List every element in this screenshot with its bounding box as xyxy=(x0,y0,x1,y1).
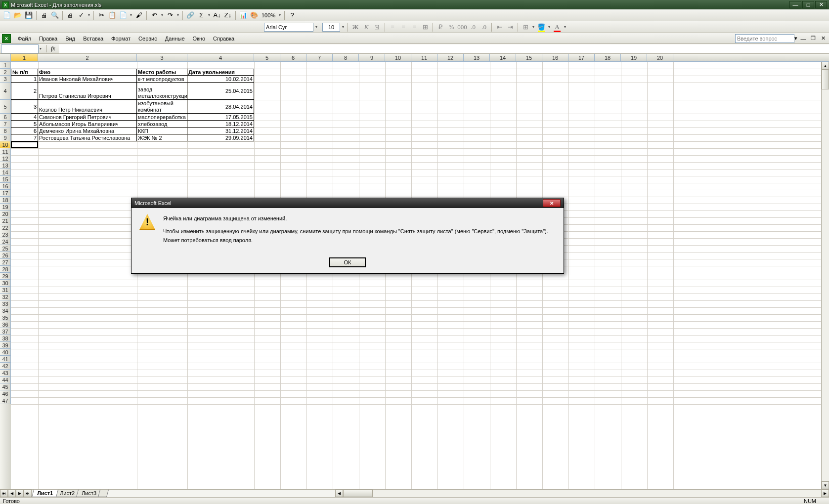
horizontal-scrollbar[interactable]: ◀ ▶ xyxy=(335,490,829,497)
merge-center-icon[interactable]: ⊞ xyxy=(420,22,430,32)
namebox-dropdown-icon[interactable]: ▾ xyxy=(39,46,43,51)
row-header[interactable]: 25 xyxy=(0,245,11,252)
row-header[interactable]: 16 xyxy=(0,183,11,190)
column-header[interactable]: 9 xyxy=(359,54,385,61)
row-header[interactable]: 19 xyxy=(0,204,11,210)
chart-icon[interactable]: 📊 xyxy=(238,10,248,20)
print2-icon[interactable]: 🖨 xyxy=(65,10,75,20)
row-header[interactable]: 31 xyxy=(0,287,11,294)
increase-decimal-icon[interactable]: .0 xyxy=(468,22,478,32)
fx-icon[interactable]: fx xyxy=(46,45,59,52)
print-preview-icon[interactable]: 🔍 xyxy=(50,10,60,20)
decrease-indent-icon[interactable]: ⇤ xyxy=(494,22,504,32)
prev-sheet-icon[interactable]: ◀ xyxy=(8,490,16,497)
sheet-tab[interactable]: Лист1 xyxy=(32,490,58,497)
dropdown-icon[interactable]: ▾ xyxy=(794,35,797,42)
dropdown-icon[interactable]: ▾ xyxy=(176,13,180,17)
row-header[interactable]: 22 xyxy=(0,224,11,231)
cell[interactable] xyxy=(11,141,38,148)
restore-window-icon[interactable]: ❐ xyxy=(809,35,817,42)
cell[interactable]: 17.05.2015 xyxy=(187,114,254,121)
row-header[interactable]: 6 xyxy=(0,114,11,121)
row-header[interactable]: 2 xyxy=(0,69,11,76)
scroll-left-icon[interactable]: ◀ xyxy=(335,490,343,497)
format-painter-icon[interactable]: 🖌 xyxy=(134,10,144,20)
cell[interactable]: хлебозавод xyxy=(137,121,187,127)
vertical-scrollbar[interactable]: ▲ ▼ xyxy=(821,62,829,489)
cell[interactable]: Абольмасов Игорь Валериевич xyxy=(38,121,137,127)
font-size-select[interactable] xyxy=(322,23,340,32)
dialog-titlebar[interactable]: Microsoft Excel ✕ xyxy=(131,198,564,208)
dropdown-icon[interactable]: ▾ xyxy=(129,13,133,17)
minimize-button[interactable]: — xyxy=(789,1,801,8)
row-header[interactable]: 39 xyxy=(0,342,11,349)
menu-file[interactable]: Файл xyxy=(14,34,35,43)
menu-insert[interactable]: Вставка xyxy=(79,34,107,43)
underline-icon[interactable]: Ч xyxy=(372,22,382,32)
row-header[interactable]: 12 xyxy=(0,155,11,162)
column-header[interactable]: 14 xyxy=(490,54,516,61)
column-header[interactable]: 3 xyxy=(137,54,187,61)
dropdown-icon[interactable]: ▾ xyxy=(531,25,535,29)
column-header[interactable]: 4 xyxy=(187,54,254,61)
close-button[interactable]: ✕ xyxy=(815,1,827,8)
column-header[interactable]: 10 xyxy=(385,54,411,61)
cell[interactable]: 10.02.2014 xyxy=(187,76,254,83)
cell[interactable]: ККП xyxy=(137,127,187,134)
cell[interactable]: 31.12.2014 xyxy=(187,127,254,134)
row-header[interactable]: 35 xyxy=(0,314,11,321)
cell[interactable]: 1 xyxy=(11,76,38,83)
row-header[interactable]: 10 xyxy=(0,141,11,148)
row-header[interactable]: 37 xyxy=(0,328,11,335)
align-center-icon[interactable]: ≡ xyxy=(398,22,408,32)
new-file-icon[interactable]: 📄 xyxy=(2,10,12,20)
column-header[interactable]: 5 xyxy=(254,54,280,61)
cell[interactable]: завод металлоконструкций xyxy=(137,83,187,100)
cell[interactable]: Демченко Ирина Михайловна xyxy=(38,127,137,134)
paste-icon[interactable]: 📄 xyxy=(118,10,128,20)
column-header[interactable]: 19 xyxy=(621,54,647,61)
font-color-icon[interactable]: A xyxy=(552,22,562,32)
row-header[interactable]: 27 xyxy=(0,259,11,266)
cell[interactable]: 3 xyxy=(11,100,38,114)
cell[interactable]: Дата увольнения xyxy=(187,69,254,76)
row-header[interactable]: 3 xyxy=(0,76,11,83)
dropdown-icon[interactable]: ▾ xyxy=(207,13,211,17)
name-box[interactable] xyxy=(1,44,39,53)
row-header[interactable]: 18 xyxy=(0,197,11,204)
cell[interactable]: 5 xyxy=(11,121,38,127)
row-header[interactable]: 15 xyxy=(0,176,11,183)
borders-icon[interactable]: ⊞ xyxy=(521,22,530,32)
copy-icon[interactable]: 📋 xyxy=(107,10,117,20)
column-header[interactable]: 18 xyxy=(595,54,621,61)
scroll-thumb[interactable] xyxy=(822,70,829,89)
dialog-close-button[interactable]: ✕ xyxy=(543,199,561,207)
row-header[interactable]: 7 xyxy=(0,121,11,127)
column-header[interactable]: 17 xyxy=(568,54,595,61)
cell[interactable]: 4 xyxy=(11,114,38,121)
sort-desc-icon[interactable]: Z↓ xyxy=(223,10,233,20)
row-header[interactable]: 40 xyxy=(0,349,11,356)
row-header[interactable]: 14 xyxy=(0,169,11,176)
row-header[interactable]: 30 xyxy=(0,280,11,287)
column-header[interactable]: 1 xyxy=(11,54,38,61)
formula-input[interactable] xyxy=(59,44,829,53)
column-header[interactable]: 16 xyxy=(542,54,568,61)
align-left-icon[interactable]: ≡ xyxy=(388,22,397,32)
row-header[interactable]: 46 xyxy=(0,390,11,397)
cells-area[interactable]: № п/пФиоМесто работыДата увольнения1Иван… xyxy=(11,62,829,489)
close-document-icon[interactable]: ✕ xyxy=(819,35,827,42)
row-header[interactable]: 38 xyxy=(0,335,11,342)
cell[interactable]: Симонов Григорий Петрович xyxy=(38,114,137,121)
cell[interactable]: Место работы xyxy=(137,69,187,76)
row-header[interactable]: 28 xyxy=(0,266,11,273)
row-header[interactable]: 5 xyxy=(0,100,11,114)
menu-window[interactable]: Окно xyxy=(189,34,210,43)
row-header[interactable]: 8 xyxy=(0,127,11,134)
cell[interactable]: 25.04.2015 xyxy=(187,83,254,100)
help-search-input[interactable] xyxy=(735,34,794,43)
scroll-down-icon[interactable]: ▼ xyxy=(822,481,829,489)
row-header[interactable]: 21 xyxy=(0,217,11,224)
undo-icon[interactable]: ↶ xyxy=(149,10,159,20)
excel-icon[interactable]: X xyxy=(2,34,11,43)
